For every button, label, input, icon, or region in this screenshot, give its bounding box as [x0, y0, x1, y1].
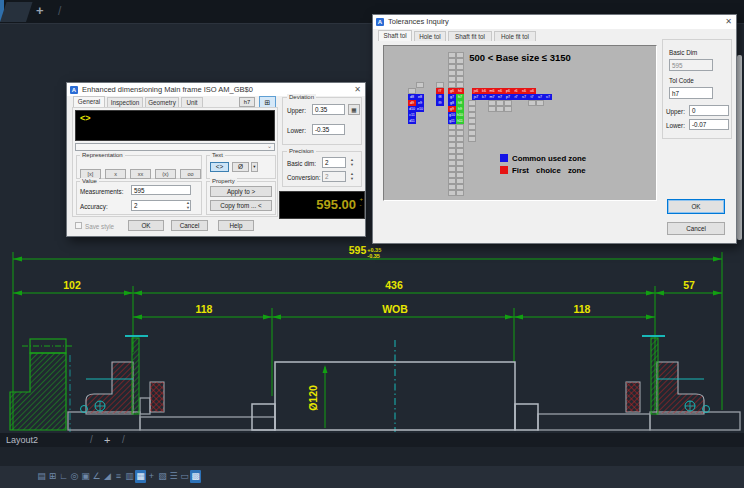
accuracy-input[interactable]: 2: [131, 200, 191, 211]
dialog-title-bar[interactable]: A Tolerances Inquiry ✕: [373, 15, 736, 29]
basic-dim-label: Basic dim:: [287, 160, 316, 167]
tol-code-label: Tol Code: [669, 77, 694, 84]
accuracy-spinner[interactable]: ▲▼: [184, 201, 192, 210]
grid-display-icon[interactable]: ▤: [36, 470, 47, 483]
tolerance-cell[interactable]: v7: [544, 94, 552, 100]
upper-deviation-input[interactable]: 0.35: [312, 104, 345, 115]
lineweight-icon[interactable]: ≡: [113, 470, 124, 483]
tolerance-cell[interactable]: [416, 82, 424, 88]
conversion-spinner: ▲▼: [348, 172, 356, 181]
tolerance-cell[interactable]: [496, 106, 504, 112]
upper-label: Upper:: [287, 107, 306, 114]
cancel-button[interactable]: Cancel: [667, 222, 725, 235]
legend-first-swatch: [500, 166, 508, 174]
lower-label: Lower:: [666, 122, 685, 129]
tolerance-cell[interactable]: f9: [436, 100, 444, 106]
help-button[interactable]: Help: [218, 220, 254, 231]
app-logo-icon: A: [376, 18, 384, 26]
tolerance-cell[interactable]: [488, 106, 496, 112]
ortho-mode-icon[interactable]: ∟: [58, 470, 69, 483]
tolerance-cell[interactable]: [536, 100, 544, 106]
tolerance-cell[interactable]: [468, 136, 476, 142]
object-snap-tracking-icon[interactable]: ∠: [91, 470, 102, 483]
tolerance-cell[interactable]: e10: [416, 106, 424, 112]
dynamic-ucs-icon[interactable]: +: [146, 470, 157, 483]
cancel-button[interactable]: Cancel: [171, 220, 208, 231]
ok-button[interactable]: OK: [128, 220, 164, 231]
application-window: 595+0.35-0.35 102 436 57 118 WOB 118 Ø12…: [0, 0, 744, 488]
basic-dim-input[interactable]: 2: [322, 157, 346, 168]
text-token-button[interactable]: <>: [210, 162, 229, 172]
dim-118-right: 118: [574, 303, 591, 315]
tab-separator: /: [58, 4, 61, 18]
tolerance-cell[interactable]: [456, 190, 464, 196]
lower-value-input[interactable]: -0.07: [689, 119, 729, 130]
layout-separator: /: [122, 434, 125, 445]
diameter-symbol-button[interactable]: Ø: [232, 162, 249, 172]
polar-tracking-icon[interactable]: ◎: [69, 470, 80, 483]
tab-geometry[interactable]: Geometry: [145, 97, 179, 107]
representation-label: Representation: [80, 152, 125, 158]
basic-dim-spinner[interactable]: ▲▼: [348, 158, 356, 167]
transparency-icon[interactable]: ▥: [124, 470, 135, 483]
dim-wob: WOB: [382, 303, 408, 315]
object-snap-icon[interactable]: ◢: [102, 470, 113, 483]
preview-value: 595.00: [316, 197, 356, 212]
dialog-title-bar[interactable]: A Enhanced dimensioning Main frame ISO A…: [67, 83, 365, 96]
tab-unit[interactable]: Unit: [181, 97, 203, 107]
layout-tab-layout2[interactable]: Layout2: [6, 435, 38, 445]
preview-tolerance: +-: [359, 196, 363, 208]
tab-inspection[interactable]: Inspection: [107, 97, 143, 107]
tolerance-cell[interactable]: [504, 106, 512, 112]
dim-102: 102: [63, 279, 81, 291]
enhanced-dimensioning-dialog: A Enhanced dimensioning Main frame ISO A…: [66, 82, 366, 237]
tolerance-code-button[interactable]: h7: [239, 97, 255, 107]
tolerance-cell[interactable]: [528, 100, 536, 106]
apply-to-button[interactable]: Apply to >: [210, 186, 272, 197]
new-layout-button[interactable]: +: [104, 434, 110, 446]
tolerance-zone-chart: 500 < Base size ≤ 3150 g6h6g7h7g8h8g9h9g…: [383, 45, 657, 201]
close-icon[interactable]: ✕: [354, 83, 361, 96]
canvas-scrollbar[interactable]: [737, 55, 742, 240]
tab-shaft-tol[interactable]: Shaft tol: [378, 30, 412, 41]
drawing-tab[interactable]: [0, 2, 32, 22]
value-label: Value: [80, 178, 99, 184]
upper-value-input[interactable]: 0: [689, 105, 729, 116]
dimension-text-combobox[interactable]: ⌄: [75, 143, 275, 151]
snap-mode-icon[interactable]: ⊞: [47, 470, 58, 483]
tolerance-cell[interactable]: r7: [512, 94, 520, 100]
copy-from-button[interactable]: Copy from ... <: [210, 200, 272, 211]
calculator-icon[interactable]: ▦: [348, 104, 360, 115]
tolerance-cell[interactable]: d11: [408, 118, 416, 124]
tab-shaft-fit-tol[interactable]: Shaft fit tol: [448, 31, 492, 41]
tab-hole-fit-tol[interactable]: Hole fit tol: [494, 31, 536, 41]
selection-cycling-icon[interactable]: ▦: [135, 470, 146, 483]
ok-button[interactable]: OK: [667, 199, 725, 214]
tolerance-cell[interactable]: [448, 190, 456, 196]
workspace-switching-icon[interactable]: ▩: [190, 470, 201, 483]
representation-button[interactable]: oo: [180, 169, 201, 179]
annotation-visibility-icon[interactable]: ☰: [168, 470, 179, 483]
representation-button[interactable]: x: [105, 169, 126, 179]
legend-first-label: First choice zone: [512, 166, 586, 175]
new-drawing-tab-button[interactable]: +: [36, 3, 44, 18]
autoscale-icon[interactable]: ▭: [179, 470, 190, 483]
save-style-checkbox[interactable]: [75, 222, 82, 229]
dynamic-input-icon[interactable]: ▧: [157, 470, 168, 483]
measurements-input[interactable]: 595: [131, 185, 191, 195]
representation-button[interactable]: (x): [155, 169, 176, 179]
tab-general[interactable]: General: [73, 96, 105, 107]
command-line-strip[interactable]: [0, 447, 744, 466]
tolerance-cell[interactable]: k7: [480, 94, 488, 100]
representation-button[interactable]: xx: [130, 169, 151, 179]
close-icon[interactable]: ✕: [725, 15, 732, 29]
tolerance-cell[interactable]: s7: [520, 94, 528, 100]
tol-code-input[interactable]: h7: [669, 87, 713, 99]
tab-hole-tol[interactable]: Hole tol: [414, 31, 446, 41]
property-label: Property: [210, 178, 237, 184]
lower-deviation-input[interactable]: -0.35: [312, 124, 345, 135]
isometric-drafting-icon[interactable]: ▣: [80, 470, 91, 483]
symbol-dropdown-button[interactable]: ▾: [251, 162, 258, 172]
legend-common-swatch: [500, 154, 508, 162]
chevron-down-icon: ⌄: [267, 142, 272, 151]
